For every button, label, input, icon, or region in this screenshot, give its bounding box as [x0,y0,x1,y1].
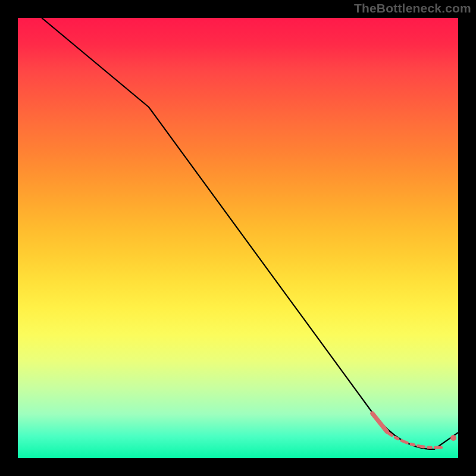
optimal-range-line [387,432,441,447]
optimal-end-dot [450,435,456,441]
chart-frame: TheBottleneck.com [0,0,476,476]
bottleneck-curve [42,18,458,449]
watermark-text: TheBottleneck.com [354,1,471,15]
chart-svg [18,18,458,458]
optimal-range-lead [372,414,387,431]
plot-area [18,18,458,458]
